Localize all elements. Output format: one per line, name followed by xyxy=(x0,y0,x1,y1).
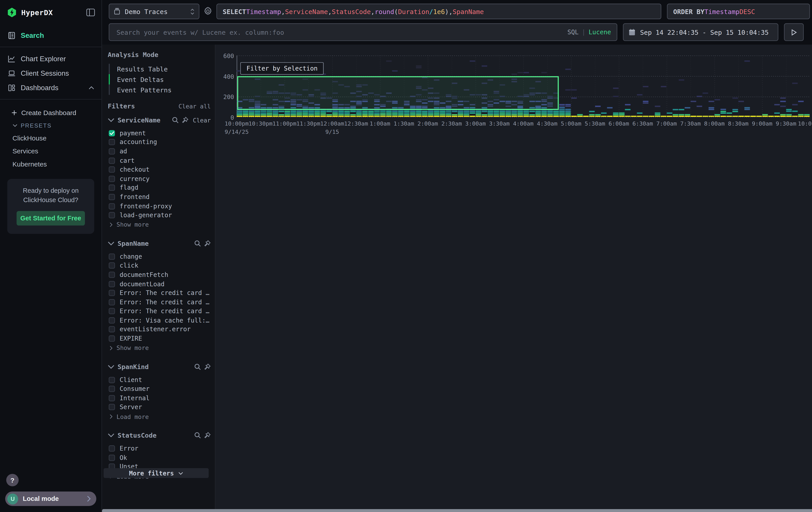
clear-all-button[interactable]: Clear all xyxy=(178,102,211,110)
checkbox[interactable] xyxy=(109,166,115,173)
preset-item-clickhouse[interactable]: ClickHouse xyxy=(0,132,102,145)
clear-filter-button[interactable]: Clear xyxy=(193,116,211,124)
more-filters-button[interactable]: More filters xyxy=(104,468,209,478)
checkbox[interactable] xyxy=(109,317,115,323)
filter-group-title[interactable]: StatusCode xyxy=(118,431,191,439)
filter-group-title[interactable]: ServiceName xyxy=(118,116,169,124)
pin-icon[interactable] xyxy=(182,117,188,123)
checkbox[interactable] xyxy=(109,299,115,305)
filter-checkbox-item[interactable]: frontend-proxy xyxy=(108,201,210,211)
analysis-mode-option[interactable]: Event Patterns xyxy=(109,85,211,95)
checkbox[interactable] xyxy=(109,395,115,401)
sql-mode-button[interactable]: SQL xyxy=(568,28,579,36)
horizontal-scrollbar[interactable] xyxy=(102,509,812,512)
select-query-input[interactable]: SELECT Timestamp, ServiceName, StatusCod… xyxy=(216,4,662,19)
checkbox[interactable] xyxy=(109,455,115,461)
checkbox[interactable] xyxy=(109,308,115,314)
pin-icon[interactable] xyxy=(204,240,211,247)
filter-checkbox-item[interactable]: accounting xyxy=(108,138,210,147)
filter-checkbox-item[interactable]: Internal xyxy=(108,394,210,403)
filter-checkbox-item[interactable]: flagd xyxy=(108,183,210,192)
show-more-button[interactable]: Show more xyxy=(108,220,210,229)
presets-toggle[interactable]: PRESETS xyxy=(0,119,102,132)
checkbox[interactable] xyxy=(109,386,115,392)
checkbox[interactable] xyxy=(109,281,115,287)
chart-selection[interactable] xyxy=(237,76,559,110)
filter-checkbox-item[interactable]: frontend xyxy=(108,192,210,201)
checkbox[interactable] xyxy=(109,377,115,383)
checkbox[interactable] xyxy=(109,446,115,452)
filter-checkbox-item[interactable]: eventListener.error xyxy=(108,325,210,334)
filter-checkbox-item[interactable]: EXPIRE xyxy=(108,334,210,343)
user-menu[interactable]: U Local mode xyxy=(5,491,96,506)
checkbox[interactable] xyxy=(109,194,115,200)
pin-icon[interactable] xyxy=(204,432,211,439)
chevron-down-icon[interactable] xyxy=(108,240,114,247)
source-select[interactable]: Demo Traces xyxy=(109,4,199,19)
chevron-down-icon[interactable] xyxy=(108,363,114,370)
filter-checkbox-item[interactable]: documentLoad xyxy=(108,279,210,289)
checkbox[interactable] xyxy=(109,263,115,269)
filter-checkbox-item[interactable]: click xyxy=(108,261,210,270)
filter-checkbox-item[interactable]: load-generator xyxy=(108,211,210,220)
show-more-button[interactable]: Show more xyxy=(108,344,210,353)
filter-group-title[interactable]: SpanName xyxy=(118,240,191,247)
checkbox[interactable] xyxy=(109,272,115,278)
checkbox[interactable] xyxy=(109,326,115,332)
filter-by-selection-button[interactable]: Filter by Selection xyxy=(240,62,324,75)
help-button[interactable]: ? xyxy=(6,474,19,486)
filter-checkbox-item[interactable]: ad xyxy=(108,147,210,156)
filter-checkbox-item[interactable]: Client xyxy=(108,375,210,384)
checkbox[interactable] xyxy=(109,290,115,296)
filter-checkbox-item[interactable]: Error xyxy=(108,444,210,453)
filter-group-title[interactable]: SpanKind xyxy=(118,363,191,371)
checkbox[interactable] xyxy=(109,212,115,218)
search-input[interactable] xyxy=(115,28,573,37)
chevron-down-icon[interactable] xyxy=(108,117,114,123)
filter-checkbox-item[interactable]: checkout xyxy=(108,165,210,174)
checkbox[interactable] xyxy=(109,203,115,209)
search-icon[interactable] xyxy=(194,240,201,247)
sidebar-collapse-icon[interactable] xyxy=(86,8,95,17)
filter-checkbox-item[interactable]: Error: The credit card (… xyxy=(108,298,210,307)
pin-icon[interactable] xyxy=(204,363,211,370)
filter-checkbox-item[interactable]: currency xyxy=(108,174,210,183)
search-icon[interactable] xyxy=(194,363,201,370)
time-range-picker[interactable]: Sep 14 22:04:35 - Sep 15 10:04:35 xyxy=(623,23,778,41)
filter-checkbox-item[interactable]: documentFetch xyxy=(108,270,210,279)
filter-checkbox-item[interactable]: Error: The credit card (… xyxy=(108,289,210,298)
filter-checkbox-item[interactable]: Server xyxy=(108,403,210,412)
run-query-button[interactable] xyxy=(784,23,804,41)
search-icon[interactable] xyxy=(194,432,201,439)
preset-item-kubernetes[interactable]: Kubernetes xyxy=(0,158,102,170)
order-by-input[interactable]: ORDER BY Timestamp DESC xyxy=(667,4,810,19)
show-more-button[interactable]: Load more xyxy=(108,412,210,421)
filter-checkbox-item[interactable]: Consumer xyxy=(108,384,210,394)
checkbox[interactable] xyxy=(109,176,115,182)
preset-item-services[interactable]: Services xyxy=(0,145,102,158)
search-icon[interactable] xyxy=(172,117,179,123)
analysis-mode-option[interactable]: Event Deltas xyxy=(109,74,211,85)
sidebar-item-client-sessions[interactable]: Client Sessions xyxy=(0,66,102,80)
sidebar-item-chart-explorer[interactable]: Chart Explorer xyxy=(0,51,102,66)
filter-checkbox-item[interactable]: Error: The credit card (… xyxy=(108,307,210,316)
checkbox[interactable] xyxy=(109,335,115,342)
lucene-mode-button[interactable]: Lucene xyxy=(588,28,611,36)
get-started-button[interactable]: Get Started for Free xyxy=(17,211,85,225)
checkbox[interactable] xyxy=(109,139,115,145)
chevron-down-icon[interactable] xyxy=(108,432,114,439)
sidebar-item-dashboards[interactable]: Dashboards xyxy=(0,80,102,95)
source-settings-button[interactable] xyxy=(203,7,213,16)
create-dashboard-button[interactable]: Create Dashboard xyxy=(0,106,102,119)
checkbox[interactable] xyxy=(109,157,115,164)
checkbox[interactable] xyxy=(109,148,115,155)
sidebar-item-search[interactable]: Search xyxy=(0,28,102,43)
checkbox-checked[interactable] xyxy=(109,130,115,136)
analysis-mode-option[interactable]: Results Table xyxy=(109,64,211,74)
filter-checkbox-item[interactable]: change xyxy=(108,252,210,261)
checkbox[interactable] xyxy=(109,185,115,191)
checkbox[interactable] xyxy=(109,253,115,260)
filter-checkbox-item[interactable]: cart xyxy=(108,156,210,165)
filter-checkbox-item[interactable]: Ok xyxy=(108,453,210,462)
checkbox[interactable] xyxy=(109,404,115,410)
